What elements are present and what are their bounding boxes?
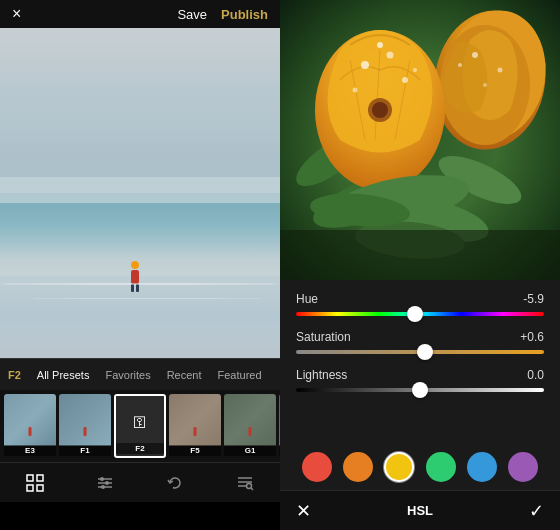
hue-track[interactable] [296, 312, 544, 316]
featured-tab[interactable]: Featured [218, 369, 262, 381]
hsl-title: HSL [407, 503, 433, 518]
preset-e3[interactable]: E3 [4, 394, 56, 458]
lightness-value: 0.0 [527, 368, 544, 382]
flower-svg [280, 0, 560, 280]
history-icon [166, 474, 184, 492]
top-bar: × Save Publish [0, 0, 280, 28]
saturation-slider-group: Saturation +0.6 [296, 330, 544, 354]
svg-point-8 [105, 481, 109, 485]
right-panel: Hue -5.9 Saturation +0.6 Lightness 0.0 [280, 0, 560, 530]
svg-point-9 [101, 485, 105, 489]
saturation-track[interactable] [296, 350, 544, 354]
sliders-icon [96, 474, 114, 492]
svg-point-36 [387, 52, 394, 59]
lightness-label: Lightness [296, 368, 347, 382]
publish-button[interactable]: Publish [221, 7, 268, 22]
preset-f5[interactable]: F5 [169, 394, 221, 458]
hsl-confirm-button[interactable]: ✓ [529, 500, 544, 522]
hsl-controls: Hue -5.9 Saturation +0.6 Lightness 0.0 [280, 280, 560, 444]
svg-point-38 [353, 88, 358, 93]
hue-label: Hue [296, 292, 318, 306]
saturation-label: Saturation [296, 330, 351, 344]
saturation-thumb[interactable] [417, 344, 433, 360]
main-photo [0, 28, 280, 358]
history-tool-button[interactable] [159, 467, 191, 499]
flower-photo [280, 0, 560, 280]
presets-bar: F2 All Presets Favorites Recent Featured [0, 358, 280, 390]
lightness-slider-group: Lightness 0.0 [296, 368, 544, 392]
preset-f2[interactable]: ⚿ F2 [114, 394, 166, 458]
svg-rect-0 [27, 475, 33, 481]
save-button[interactable]: Save [177, 7, 207, 22]
svg-rect-1 [37, 475, 43, 481]
svg-point-39 [377, 42, 383, 48]
hue-slider-group: Hue -5.9 [296, 292, 544, 316]
lightness-thumb[interactable] [412, 382, 428, 398]
svg-point-13 [247, 483, 252, 488]
svg-rect-3 [37, 485, 43, 491]
beach-figure [129, 261, 141, 285]
current-preset-label: F2 [8, 369, 21, 381]
swatch-orange[interactable] [343, 452, 373, 482]
hsl-bottom-bar: ✕ HSL ✓ [280, 490, 560, 530]
svg-point-28 [498, 68, 503, 73]
svg-point-29 [483, 83, 487, 87]
svg-point-37 [402, 77, 408, 83]
swatch-red[interactable] [302, 452, 332, 482]
top-bar-actions: Save Publish [177, 7, 268, 22]
left-panel: × Save Publish F2 All Presets [0, 0, 280, 530]
presets-icon [236, 474, 254, 492]
recent-tab[interactable]: Recent [167, 369, 202, 381]
svg-point-35 [361, 61, 369, 69]
svg-point-7 [100, 477, 104, 481]
close-button[interactable]: × [12, 5, 21, 23]
hue-thumb[interactable] [407, 306, 423, 322]
grid-icon [26, 474, 44, 492]
all-presets-tab[interactable]: All Presets [37, 369, 90, 381]
preset-g2[interactable]: G2 [279, 394, 280, 458]
swatch-blue[interactable] [467, 452, 497, 482]
swatch-purple[interactable] [508, 452, 538, 482]
svg-point-42 [372, 102, 388, 118]
swatch-green[interactable] [426, 452, 456, 482]
bottom-toolbar [0, 462, 280, 502]
swatch-yellow[interactable] [384, 452, 414, 482]
favorites-tab[interactable]: Favorites [105, 369, 150, 381]
color-swatches [280, 444, 560, 490]
presets-tool-button[interactable] [229, 467, 261, 499]
hue-value: -5.9 [523, 292, 544, 306]
adjust-tool-button[interactable] [89, 467, 121, 499]
svg-point-30 [458, 63, 462, 67]
grid-tool-button[interactable] [19, 467, 51, 499]
preset-thumbnails-row: E3 F1 ⚿ F2 F5 G1 [0, 390, 280, 462]
svg-point-27 [472, 52, 478, 58]
svg-rect-45 [280, 230, 560, 280]
preset-f1[interactable]: F1 [59, 394, 111, 458]
saturation-value: +0.6 [520, 330, 544, 344]
svg-line-14 [251, 488, 253, 490]
hsl-close-button[interactable]: ✕ [296, 500, 311, 522]
preset-g1[interactable]: G1 [224, 394, 276, 458]
lightness-track[interactable] [296, 388, 544, 392]
svg-point-40 [413, 68, 417, 72]
svg-rect-2 [27, 485, 33, 491]
